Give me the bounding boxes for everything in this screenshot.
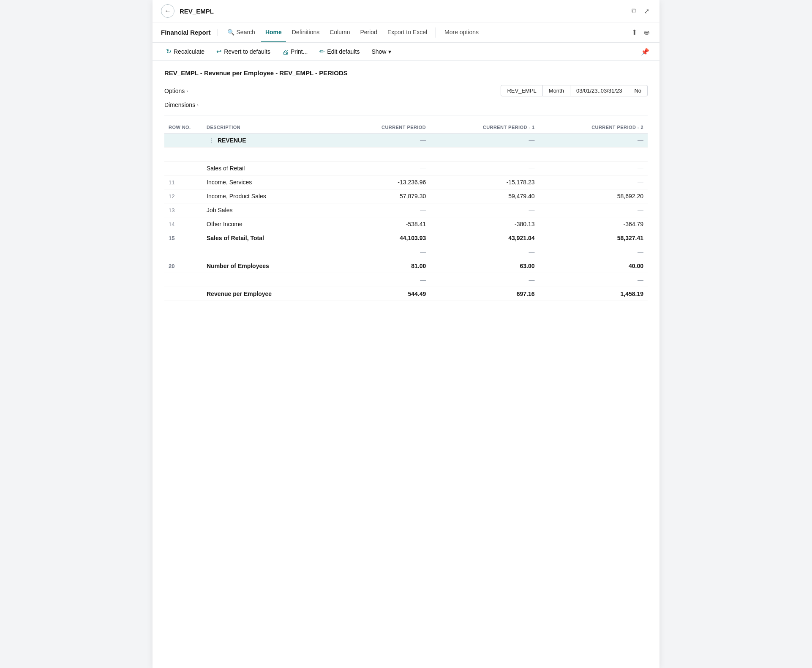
cell-current-period-2: 1,458.19 (539, 287, 648, 301)
options-label[interactable]: Options › (164, 88, 188, 94)
cell-description: Revenue per Employee (202, 287, 335, 301)
cell-current-period-1: — (430, 148, 539, 162)
open-external-button[interactable]: ⧉ (630, 5, 638, 17)
nav-item-search[interactable]: 🔍 Search (223, 23, 259, 42)
nav-search-label: Search (237, 29, 255, 36)
cell-row-no (164, 245, 202, 259)
edit-defaults-button[interactable]: ✏ Edit defaults (314, 45, 365, 58)
chip-rev-empl[interactable]: REV_EMPL (501, 85, 542, 96)
print-button[interactable]: 🖨 Print... (277, 46, 313, 58)
table-row: ⋮ REVENUE——— (164, 134, 648, 148)
dash-value: — (420, 277, 426, 283)
recalculate-label: Recalculate (174, 48, 204, 55)
cell-description: Income, Product Sales (202, 189, 335, 203)
table-row: 14Other Income-538.41-380.13-364.79 (164, 217, 648, 231)
cell-current-period: 57,879.30 (335, 189, 431, 203)
dash-value: — (638, 277, 643, 283)
cell-description (202, 245, 335, 259)
dash-value: — (638, 179, 643, 186)
nav-item-home[interactable]: Home (261, 23, 286, 42)
dash-value: — (529, 165, 535, 172)
nav-more-label: More options (444, 29, 479, 36)
cell-current-period: 44,103.93 (335, 231, 431, 245)
maximize-button[interactable]: ⤢ (642, 5, 651, 17)
nav-share-button[interactable]: ⬆ (630, 27, 639, 38)
cell-row-no (164, 273, 202, 287)
nav-filter-button[interactable]: ⛂ (642, 27, 651, 38)
nav-export-label: Export to Excel (387, 29, 427, 36)
chip-date-range[interactable]: 03/01/23..03/31/23 (570, 85, 628, 96)
table-row: 12Income, Product Sales57,879.3059,479.4… (164, 189, 648, 203)
cell-current-period: — (335, 162, 431, 175)
cell-row-no: 12 (164, 189, 202, 203)
cell-current-period-2: — (539, 162, 648, 175)
cell-current-period: — (335, 273, 431, 287)
cell-current-period-2: — (539, 134, 648, 148)
cell-current-period: 81.00 (335, 259, 431, 273)
pin-button[interactable]: 📌 (639, 46, 651, 57)
nav-financial-report-label: Financial Report (161, 29, 218, 36)
revert-button[interactable]: ↩ Revert to defaults (211, 45, 275, 58)
col-header-row-no: Row No. (164, 122, 202, 134)
dash-value: — (529, 151, 535, 158)
share-icon: ⬆ (632, 29, 637, 36)
cell-current-period-1: -380.13 (430, 217, 539, 231)
cell-current-period-2: 58,327.41 (539, 231, 648, 245)
cell-current-period: — (335, 148, 431, 162)
chip-month[interactable]: Month (543, 85, 570, 96)
table-row: Sales of Retail——— (164, 162, 648, 175)
table-row: ——— (164, 273, 648, 287)
nav-definitions-label: Definitions (292, 29, 319, 36)
cell-current-period: — (335, 245, 431, 259)
nav-item-period[interactable]: Period (356, 23, 381, 42)
nav-column-label: Column (330, 29, 350, 36)
revert-label: Revert to defaults (224, 48, 270, 55)
print-icon: 🖨 (282, 48, 289, 55)
dash-value: — (529, 249, 535, 255)
drag-handle-icon[interactable]: ⋮ (207, 137, 216, 144)
cell-current-period-1: -15,178.23 (430, 175, 539, 189)
table-row: Revenue per Employee544.49697.161,458.19 (164, 287, 648, 301)
cell-row-no (164, 134, 202, 148)
cell-current-period-2: 40.00 (539, 259, 648, 273)
nav-item-column[interactable]: Column (325, 23, 354, 42)
nav-right: ⬆ ⛂ (630, 27, 651, 38)
cell-current-period-1: — (430, 134, 539, 148)
show-button[interactable]: Show ▾ (366, 46, 396, 57)
dash-value: — (420, 165, 426, 172)
chip-no[interactable]: No (628, 85, 648, 96)
cell-current-period-2: — (539, 273, 648, 287)
revert-icon: ↩ (216, 48, 222, 55)
table-header-row: Row No. Description CURRENT PERIOD CURRE… (164, 122, 648, 134)
dimensions-label[interactable]: Dimensions › (164, 101, 648, 108)
cell-current-period: 544.49 (335, 287, 431, 301)
nav-home-label: Home (265, 29, 282, 36)
dash-value: — (420, 137, 426, 144)
table-row: 11Income, Services-13,236.96-15,178.23— (164, 175, 648, 189)
nav-item-more[interactable]: More options (440, 23, 483, 42)
cell-current-period-1: — (430, 162, 539, 175)
filter-icon: ⛂ (644, 29, 649, 36)
options-chevron-icon: › (186, 88, 188, 93)
action-right: 📌 (639, 46, 651, 57)
dimensions-text: Dimensions (164, 101, 195, 108)
nav-period-label: Period (360, 29, 377, 36)
dash-value: — (420, 207, 426, 214)
cell-current-period-1: — (430, 245, 539, 259)
back-button[interactable]: ← (161, 4, 174, 18)
dash-value: — (638, 165, 643, 172)
table-row: ——— (164, 148, 648, 162)
cell-row-no (164, 148, 202, 162)
maximize-icon: ⤢ (644, 8, 649, 15)
nav-item-definitions[interactable]: Definitions (288, 23, 324, 42)
cell-current-period-1: 43,921.04 (430, 231, 539, 245)
nav-item-export[interactable]: Export to Excel (383, 23, 431, 42)
export-window-icon: ⧉ (632, 7, 636, 14)
cell-row-no (164, 287, 202, 301)
nav-bar: Financial Report 🔍 Search Home Definitio… (153, 22, 659, 43)
recalculate-button[interactable]: ↻ Recalculate (161, 45, 210, 58)
cell-current-period-2: -364.79 (539, 217, 648, 231)
cell-current-period: — (335, 134, 431, 148)
table-row: 15Sales of Retail, Total44,103.9343,921.… (164, 231, 648, 245)
cell-description: Other Income (202, 217, 335, 231)
